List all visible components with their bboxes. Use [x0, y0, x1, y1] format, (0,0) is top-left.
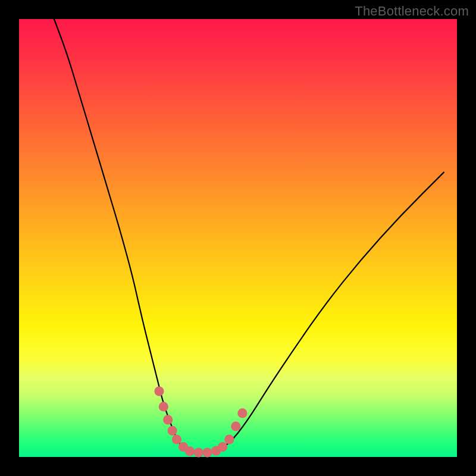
highlighted-point: [224, 435, 234, 444]
highlighted-point: [168, 426, 177, 436]
plot-area: [19, 19, 457, 457]
highlighted-point: [185, 446, 195, 456]
watermark-text: TheBottleneck.com: [355, 4, 469, 19]
curve-svg: [19, 19, 457, 457]
highlighted-point: [159, 402, 168, 411]
highlighted-point: [194, 448, 203, 458]
highlighted-points-group: [154, 387, 247, 458]
highlighted-point: [202, 448, 212, 458]
highlighted-point: [154, 387, 164, 396]
bottleneck-curve: [54, 19, 444, 453]
highlighted-point: [231, 421, 240, 431]
highlighted-point: [237, 408, 247, 418]
highlighted-point: [172, 435, 181, 444]
highlighted-point: [218, 442, 227, 452]
highlighted-point: [163, 415, 173, 424]
chart-frame: TheBottleneck.com: [0, 0, 476, 476]
